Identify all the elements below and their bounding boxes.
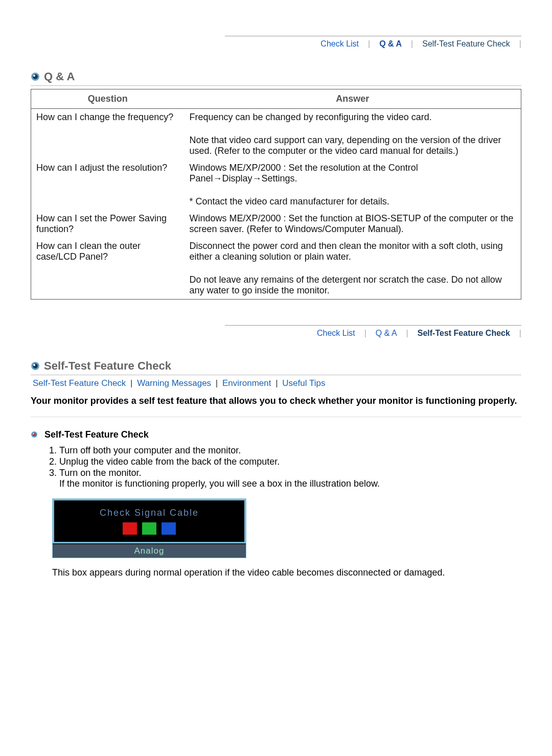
svg-point-8 (33, 433, 34, 434)
qa-answer: Disconnect the power cord and then clean… (185, 238, 521, 265)
selftest-subheading-text: Self-Test Feature Check (44, 429, 149, 440)
signal-cable-illustration: Check Signal Cable Analog (52, 498, 246, 558)
tab-selftest[interactable]: Self-Test Feature Check (413, 38, 519, 50)
section-title-qa: Q & A (44, 70, 75, 83)
qa-head-question: Question (31, 89, 185, 109)
tab-check-list[interactable]: Check List (311, 38, 368, 50)
qa-question: How can I adjust the resolution? (31, 159, 185, 210)
tab-qa[interactable]: Q & A (370, 38, 411, 50)
sublink-warning[interactable]: Warning Messages (135, 378, 213, 388)
after-illustration-text: This box appears during normal operation… (52, 567, 521, 578)
qa-question: How can I change the frequency? (31, 109, 185, 160)
tab-separator: | (519, 329, 521, 338)
qa-table: Question Answer How can I change the fre… (31, 89, 521, 300)
step-text: Turn on the monitor. (59, 468, 141, 478)
illustration-top: Check Signal Cable (53, 499, 246, 543)
link-separator: | (275, 378, 278, 388)
svg-point-4 (33, 363, 38, 369)
bullet-icon (31, 361, 40, 371)
svg-point-2 (33, 75, 35, 77)
divider (31, 417, 521, 417)
green-square-icon (142, 522, 156, 535)
blue-square-icon (162, 522, 176, 535)
link-separator: | (130, 378, 132, 388)
qa-answer: Frequency can be changed by reconfigurin… (185, 109, 521, 126)
step-text: If the monitor is functioning properly, … (59, 478, 380, 489)
link-separator: | (216, 378, 218, 388)
tab-bar-1: Check List | Q & A | Self-Test Feature C… (225, 36, 521, 50)
qa-answer: Windows ME/XP/2000 : Set the resolution … (185, 159, 521, 187)
sublink-selftest[interactable]: Self-Test Feature Check (31, 378, 128, 388)
qa-head-answer: Answer (185, 89, 521, 109)
bullet-icon (31, 72, 40, 81)
section-head-selftest: Self-Test Feature Check (31, 359, 521, 375)
sublink-environment[interactable]: Environment (220, 378, 273, 388)
svg-point-7 (33, 433, 36, 437)
tab-check-list[interactable]: Check List (308, 328, 364, 339)
tab-selftest[interactable]: Self-Test Feature Check (408, 328, 519, 339)
illustration-mode: Analog (53, 543, 246, 558)
bullet-small-icon (31, 430, 38, 437)
tab-separator: | (519, 39, 521, 49)
qa-answer: Do not leave any remains of the detergen… (185, 271, 521, 300)
sublinks: Self-Test Feature Check | Warning Messag… (31, 378, 521, 388)
qa-answer: Windows ME/XP/2000 : Set the function at… (185, 210, 521, 238)
svg-point-1 (33, 74, 38, 79)
list-item: Unplug the video cable from the back of … (59, 456, 521, 467)
selftest-subheading: Self-Test Feature Check (31, 429, 521, 440)
section-title-selftest: Self-Test Feature Check (44, 359, 171, 373)
tab-bar-2: Check List | Q & A | Self-Test Feature C… (225, 325, 521, 339)
selftest-intro: Your monitor provides a self test featur… (31, 396, 521, 406)
section-head-qa: Q & A (31, 70, 521, 86)
qa-answer: Note that video card support can vary, d… (185, 132, 521, 159)
qa-answer: * Contact the video card manufacturer fo… (185, 193, 521, 210)
illustration-message: Check Signal Cable (54, 508, 244, 518)
rgb-indicator (54, 522, 244, 537)
selftest-steps: Turn off both your computer and the moni… (31, 445, 521, 489)
list-item: Turn off both your computer and the moni… (59, 445, 521, 456)
qa-question: How can I clean the outer case/LCD Panel… (31, 238, 185, 300)
tab-qa[interactable]: Q & A (366, 328, 406, 339)
list-item: Turn on the monitor. If the monitor is f… (59, 468, 521, 489)
sublink-tips[interactable]: Useful Tips (280, 378, 327, 388)
qa-question: How can I set the Power Saving function? (31, 210, 185, 238)
red-square-icon (123, 522, 137, 535)
svg-point-5 (33, 364, 35, 366)
